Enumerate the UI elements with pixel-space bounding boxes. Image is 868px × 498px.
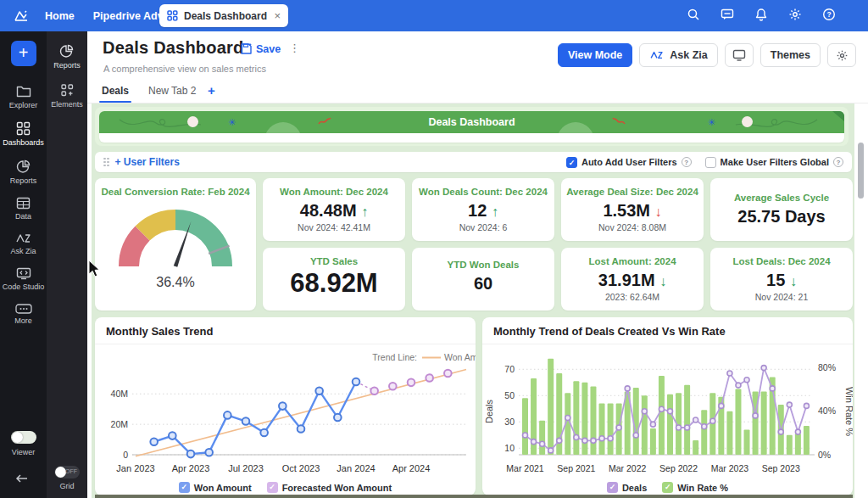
kpi-card-ytd-won-deals[interactable]: YTD Won Deals 60 <box>412 248 554 311</box>
svg-text:Mar 2021: Mar 2021 <box>506 463 544 473</box>
panel-item-elements[interactable]: Elements <box>51 83 83 109</box>
kpi-card-won-amount[interactable]: Won Amount: Dec 2024 48.48M ↑ Nov 2024: … <box>263 178 405 241</box>
sidebar-item-more[interactable]: More <box>0 304 47 326</box>
add-tab-button[interactable]: + <box>208 83 215 98</box>
dashboard-header: Deals Dashboard Save ⋮ A comprehensive v… <box>87 31 868 81</box>
ask-zia-button[interactable]: Ask Zia <box>639 43 717 67</box>
dashboard-settings-button[interactable] <box>827 43 856 67</box>
save-button[interactable]: Save <box>240 42 281 55</box>
svg-text:30: 30 <box>504 417 515 427</box>
svg-text:0%: 0% <box>818 450 831 460</box>
svg-text:Won Amount: Won Amount <box>444 352 476 362</box>
reports-pie-icon <box>59 44 74 59</box>
notifications-bell-icon[interactable] <box>754 8 768 25</box>
close-tab-icon[interactable]: × <box>274 10 281 21</box>
banner-title: Deals Dashboard <box>99 116 844 128</box>
themes-button[interactable]: Themes <box>760 43 821 67</box>
trend-arrow: ↑ <box>361 204 368 219</box>
chart-legend[interactable]: ✓Deals✓Win Rate % <box>482 482 853 493</box>
legend-checkbox[interactable]: ✓ <box>179 482 190 493</box>
kpi-card-lost-amount[interactable]: Lost Amount: 2024 31.91M ↓ 2023: 62.64M <box>561 248 704 311</box>
settings-gear-icon[interactable] <box>788 8 802 25</box>
svg-text:Deals: Deals <box>484 399 494 423</box>
svg-text:Win Rate %: Win Rate % <box>844 387 853 436</box>
help-icon[interactable]: ? <box>682 157 692 167</box>
chart-widget-monthly-sales-trend[interactable]: Monthly Sales Trend 020M40MJan 2023Apr 2… <box>95 317 476 495</box>
monitor-icon <box>732 49 746 61</box>
dashboard-grid-icon <box>167 10 178 21</box>
svg-text:Sep 2022: Sep 2022 <box>659 463 698 473</box>
gear-icon <box>836 49 849 62</box>
chart-title: Monthly Trend of Deals Created Vs Win Ra… <box>482 317 853 344</box>
sidebar-item-dashboards[interactable]: Dashboards <box>0 121 47 148</box>
svg-text:Sep 2021: Sep 2021 <box>557 463 595 473</box>
zia-icon <box>649 50 665 60</box>
legend-checkbox[interactable]: ✓ <box>662 482 673 493</box>
svg-text:40%: 40% <box>818 406 836 416</box>
sidebar-item-data[interactable]: Data <box>0 197 47 221</box>
gauge-widget-deal-conversion-rate[interactable]: Deal Conversion Rate: Feb 2024 36.4% <box>95 178 256 311</box>
next-widget-edge <box>95 495 853 498</box>
zoho-analytics-logo-icon[interactable] <box>13 8 30 25</box>
deals-vs-win-rate-chart: 103050700%40%80%Mar 2021Sep 2021Mar 2022… <box>482 344 853 478</box>
tab-new-tab-2[interactable]: New Tab 2 <box>148 85 196 97</box>
scrollbar-thumb[interactable] <box>858 143 864 199</box>
grid-toggle[interactable]: OFF <box>54 466 80 478</box>
folder-icon <box>16 85 31 98</box>
monthly-sales-trend-chart: 020M40MJan 2023Apr 2023Jul 2023Oct 2023J… <box>95 344 476 478</box>
app-window: Home Pipedrive Advan... Deals Dashboard … <box>0 0 868 498</box>
chart-legend[interactable]: ✓Won Amount✓Forecasted Won Amount <box>95 482 476 493</box>
legend-checkbox[interactable]: ✓ <box>607 482 618 493</box>
charts-row: Monthly Sales Trend 020M40MJan 2023Apr 2… <box>95 317 853 495</box>
help-icon[interactable]: ? <box>833 157 843 167</box>
add-user-filters-button[interactable]: + User Filters <box>115 156 180 168</box>
open-dashboard-tab[interactable]: Deals Dashboard × <box>159 4 288 27</box>
banner-widget[interactable]: ✳ ✳ Deals Dashboard <box>95 107 849 146</box>
scrollbar-track[interactable] <box>854 104 868 498</box>
legend-item[interactable]: ✓Win Rate % <box>662 482 728 493</box>
create-new-button[interactable]: + <box>11 41 36 66</box>
sidebar-item-ask-zia[interactable]: Ask Zia <box>0 232 47 256</box>
chart-widget-deals-vs-win-rate[interactable]: Monthly Trend of Deals Created Vs Win Ra… <box>482 317 853 495</box>
legend-checkbox[interactable]: ✓ <box>267 482 278 493</box>
make-global-checkbox[interactable] <box>705 157 716 168</box>
legend-item[interactable]: ✓Won Amount <box>179 482 252 493</box>
svg-text:Mar 2022: Mar 2022 <box>609 463 647 473</box>
svg-text:40M: 40M <box>111 389 128 399</box>
kpi-card-average-sales-cycle[interactable]: Average Sales Cycle 25.75 Days <box>710 178 853 241</box>
top-navigation-bar: Home Pipedrive Advan... Deals Dashboard … <box>0 0 868 31</box>
primary-sidebar: + Explorer Dashboards Reports Data Ask Z… <box>0 31 47 498</box>
kpi-card-average-deal-size[interactable]: Average Deal Size: Dec 2024 1.53M ↓ Nov … <box>561 178 704 241</box>
kpi-grid: Deal Conversion Rate: Feb 2024 36.4% Won… <box>95 178 853 311</box>
dashboards-icon <box>16 121 31 136</box>
tab-deals[interactable]: Deals <box>102 85 129 97</box>
zia-icon <box>15 232 32 244</box>
sidebar-item-code-studio[interactable]: Code Studio <box>0 267 47 292</box>
svg-text:20M: 20M <box>111 419 128 429</box>
auto-add-checkbox[interactable]: ✓ <box>566 157 577 168</box>
kpi-card-won-deals-count[interactable]: Won Deals Count: Dec 2024 12 ↑ Nov 2024:… <box>412 178 554 241</box>
collapse-sidebar-icon[interactable] <box>15 473 32 488</box>
svg-text:?: ? <box>826 10 831 19</box>
svg-text:70: 70 <box>504 364 515 374</box>
kpi-card-lost-deals[interactable]: Lost Deals: Dec 2024 15 ↓ Nov 2024: 21 <box>710 248 853 311</box>
drag-handle-icon[interactable] <box>103 158 109 167</box>
kpi-card-ytd-sales[interactable]: YTD Sales 68.92M <box>263 248 405 311</box>
gauge-chart <box>103 197 248 275</box>
presentation-mode-button[interactable] <box>725 43 754 67</box>
legend-item[interactable]: ✓Forecasted Won Amount <box>267 482 392 493</box>
viewer-mode-toggle[interactable] <box>11 431 36 444</box>
home-link[interactable]: Home <box>45 10 75 22</box>
help-icon[interactable]: ? <box>822 8 836 25</box>
sidebar-item-explorer[interactable]: Explorer <box>0 85 47 110</box>
code-studio-icon <box>16 267 31 280</box>
sidebar-item-reports[interactable]: Reports <box>0 159 47 186</box>
gutter <box>87 104 92 498</box>
view-mode-button[interactable]: View Mode <box>558 43 632 67</box>
legend-item[interactable]: ✓Deals <box>607 482 647 493</box>
more-options-kebab-icon[interactable]: ⋮ <box>289 42 300 54</box>
feedback-icon[interactable] <box>721 8 734 25</box>
search-icon[interactable] <box>687 8 700 25</box>
banner-bar: ✳ ✳ Deals Dashboard <box>99 111 844 133</box>
panel-item-reports[interactable]: Reports <box>53 44 81 70</box>
